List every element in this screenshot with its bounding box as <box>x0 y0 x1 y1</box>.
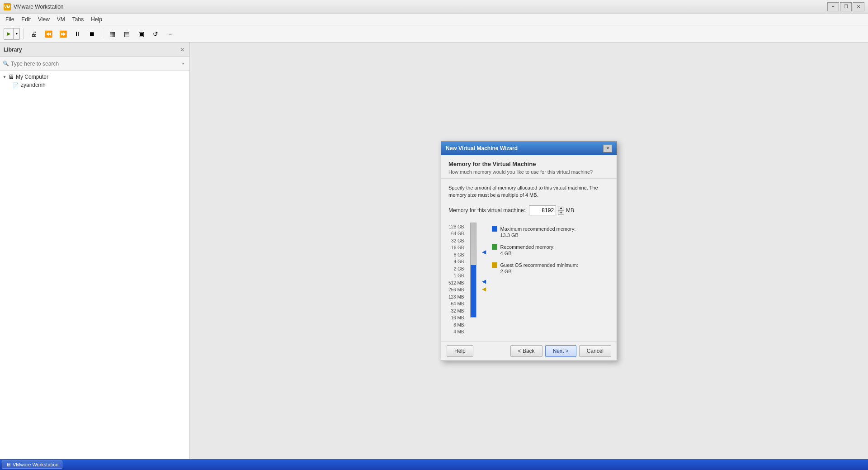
main-layout: Library ✕ 🔍 ▾ ▼ 🖥 My Computer 📄 zyandcmh… <box>0 43 868 459</box>
memory-label: Memory for this virtual machine: <box>448 207 525 214</box>
toolbar-view1-button[interactable]: ▦ <box>106 28 118 40</box>
legend-guest-value: 2 GB <box>492 269 578 274</box>
memory-spinner: ▲ ▼ <box>558 206 564 215</box>
taskbar-label: VMware Workstation <box>13 462 58 467</box>
tree-container: ▼ 🖥 My Computer 📄 zyandcmh <box>0 71 189 91</box>
play-button[interactable]: ▶ <box>4 28 14 40</box>
back-button[interactable]: < Back <box>510 345 542 357</box>
window-controls: − ❐ ✕ <box>827 2 864 11</box>
taskbar-item[interactable]: 🖥 VMware Workstation <box>2 461 62 469</box>
legend-max-recommended: Maximum recommended memory: 13.3 GB <box>492 226 578 238</box>
vm-icon: 📄 <box>13 82 19 88</box>
menu-help[interactable]: Help <box>87 15 106 24</box>
tree-expand-icon: ▼ <box>2 75 7 79</box>
toolbar-view3-button[interactable]: ▣ <box>135 28 147 40</box>
memory-value-input[interactable] <box>529 205 556 215</box>
slider-fill <box>471 265 476 317</box>
memory-input-wrap: ▲ ▼ MB <box>529 205 574 215</box>
computer-icon: 🖥 <box>8 73 14 80</box>
toolbar-sep-1 <box>24 28 24 39</box>
legend-rec-label: Recommended memory: <box>500 244 554 250</box>
menu-bar: File Edit View VM Tabs Help <box>0 14 868 25</box>
menu-edit[interactable]: Edit <box>18 15 34 24</box>
tree-root-item[interactable]: ▼ 🖥 My Computer <box>0 72 189 81</box>
play-group: ▶ ▾ <box>4 28 20 40</box>
label-128gb: 128 GB <box>449 223 464 231</box>
legend-col: Maximum recommended memory: 13.3 GB Reco… <box>492 224 578 336</box>
slider-track-wrap <box>470 223 476 318</box>
sidebar: Library ✕ 🔍 ▾ ▼ 🖥 My Computer 📄 zyandcmh <box>0 43 190 459</box>
label-2gb: 2 GB <box>454 266 464 273</box>
legend-guest-label: Guest OS recommended minimum: <box>500 262 578 268</box>
search-icon: 🔍 <box>3 61 9 66</box>
menu-tabs[interactable]: Tabs <box>69 15 87 24</box>
toolbar-stop-button[interactable]: ⏹ <box>85 28 98 40</box>
title-bar-left: VM VMware Workstation <box>4 3 63 10</box>
cancel-button[interactable]: Cancel <box>579 345 611 357</box>
dialog-title: New Virtual Machine Wizard <box>446 145 518 152</box>
app-icon: VM <box>4 3 11 10</box>
guest-min-arrow: ◀ <box>482 286 486 292</box>
label-16gb: 16 GB <box>451 244 464 252</box>
restore-button[interactable]: ❐ <box>840 2 852 11</box>
label-16mb: 16 MB <box>451 314 464 322</box>
label-4gb: 4 GB <box>454 258 464 266</box>
max-recommended-arrow: ◀ <box>482 249 486 255</box>
tree-child-item[interactable]: 📄 zyandcmh <box>0 81 189 89</box>
dialog-description: Specify the amount of memory allocated t… <box>448 184 609 199</box>
legend-rec-row: Recommended memory: <box>492 244 578 250</box>
label-32mb: 32 MB <box>451 308 464 315</box>
memory-decrement-button[interactable]: ▼ <box>558 210 564 215</box>
toolbar-print-button[interactable]: 🖨 <box>28 28 40 40</box>
taskbar-icon: 🖥 <box>6 462 11 467</box>
legend-rec-value: 4 GB <box>492 251 578 256</box>
sidebar-close-button[interactable]: ✕ <box>179 46 186 53</box>
toolbar-resume-button[interactable]: ⏩ <box>57 28 69 40</box>
toolbar-suspend-button[interactable]: ⏪ <box>42 28 55 40</box>
toolbar-view2-button[interactable]: ▤ <box>120 28 133 40</box>
dialog-footer: Help < Back Next > Cancel <box>441 341 617 361</box>
legend-box-yellow <box>492 262 497 268</box>
toolbar-refresh-button[interactable]: ↺ <box>149 28 162 40</box>
legend-recommended: Recommended memory: 4 GB <box>492 244 578 256</box>
search-bar: 🔍 ▾ <box>0 57 189 71</box>
label-64mb: 64 MB <box>451 300 464 308</box>
title-bar: VM VMware Workstation − ❐ ✕ <box>0 0 868 14</box>
menu-view[interactable]: View <box>34 15 53 24</box>
tree-child-label: zyandcmh <box>21 82 46 88</box>
dialog-header: Memory for the Virtual Machine How much … <box>441 155 617 179</box>
search-input[interactable] <box>11 61 178 67</box>
toolbar-sep-2 <box>102 28 102 39</box>
help-button[interactable]: Help <box>447 345 473 357</box>
close-button[interactable]: ✕ <box>853 2 864 11</box>
play-dropdown-button[interactable]: ▾ <box>14 28 20 40</box>
label-1gb: 1 GB <box>454 272 464 280</box>
dialog-header-sub: How much memory would you like to use fo… <box>448 169 609 175</box>
minimize-button[interactable]: − <box>827 2 839 11</box>
label-8gb: 8 GB <box>454 252 464 259</box>
legend-box-green <box>492 244 497 250</box>
legend-guest-row: Guest OS recommended minimum: <box>492 262 578 268</box>
dialog-body: Specify the amount of memory allocated t… <box>441 179 617 341</box>
taskbar: 🖥 VMware Workstation <box>0 459 868 470</box>
label-128mb: 128 MB <box>448 294 464 301</box>
dialog-close-button[interactable]: ✕ <box>603 144 612 152</box>
memory-increment-button[interactable]: ▲ <box>558 206 564 210</box>
legend-max-label: Maximum recommended memory: <box>500 226 576 232</box>
toolbar-minus-button[interactable]: − <box>164 28 176 40</box>
legend-guest-min: Guest OS recommended minimum: 2 GB <box>492 262 578 274</box>
memory-slider[interactable] <box>470 223 476 318</box>
slider-labels: 128 GB 64 GB 32 GB 16 GB 8 GB 4 GB 2 GB … <box>448 223 464 336</box>
menu-file[interactable]: File <box>2 15 18 24</box>
next-button[interactable]: Next > <box>545 345 576 357</box>
toolbar-pause-button[interactable]: ⏸ <box>71 28 84 40</box>
label-256mb: 256 MB <box>448 286 464 294</box>
label-64gb: 64 GB <box>451 230 464 237</box>
search-dropdown-icon[interactable]: ▾ <box>179 60 187 67</box>
label-8mb: 8 MB <box>453 322 464 329</box>
slider-legend-row: 128 GB 64 GB 32 GB 16 GB 8 GB 4 GB 2 GB … <box>448 223 609 336</box>
app-title: VMware Workstation <box>14 4 63 10</box>
menu-vm[interactable]: VM <box>53 15 69 24</box>
sidebar-title: Library <box>4 47 22 53</box>
memory-unit-label: MB <box>566 207 574 214</box>
